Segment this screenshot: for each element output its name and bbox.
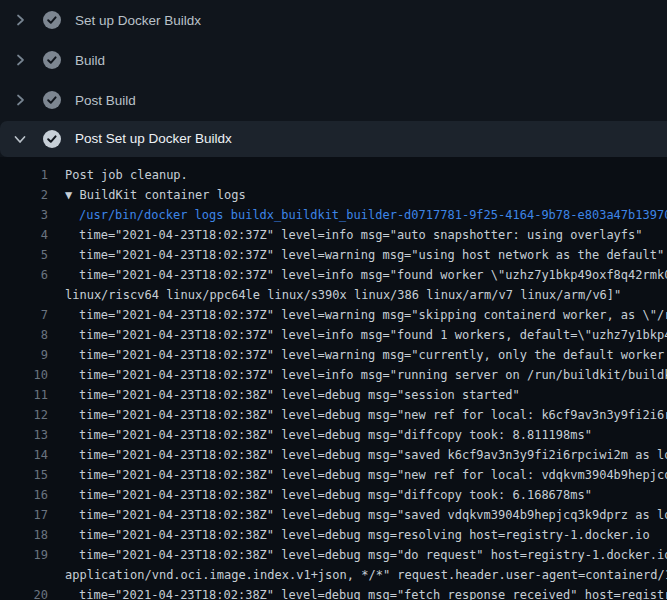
log-line: 19 time="2021-04-23T18:02:38Z" level=deb…	[0, 545, 667, 565]
log-line-number[interactable]: 4	[0, 225, 48, 245]
check-circle-icon	[43, 51, 61, 69]
log-line-number[interactable]: 8	[0, 325, 48, 345]
log-line-number[interactable]: 11	[0, 385, 48, 405]
log-line-text: time="2021-04-23T18:02:38Z" level=debug …	[48, 465, 667, 485]
log-line: 1 Post job cleanup.	[0, 165, 667, 185]
log-line: 17 time="2021-04-23T18:02:38Z" level=deb…	[0, 505, 667, 525]
log-line-text: time="2021-04-23T18:02:37Z" level=info m…	[48, 325, 667, 345]
log-line: 10 time="2021-04-23T18:02:37Z" level=inf…	[0, 365, 667, 385]
log-line-number[interactable]: 7	[0, 305, 48, 325]
chevron-down-icon[interactable]	[12, 131, 28, 147]
log-line-text: application/vnd.oci.image.index.v1+json,…	[48, 565, 667, 585]
log-line: 13 time="2021-04-23T18:02:38Z" level=deb…	[0, 425, 667, 445]
step-label: Post Set up Docker Buildx	[75, 131, 232, 146]
chevron-right-icon[interactable]	[12, 52, 28, 68]
log-line: 3 /usr/bin/docker logs buildx_buildkit_b…	[0, 205, 667, 225]
log-line-number[interactable]: 18	[0, 525, 48, 545]
log-line: 18 time="2021-04-23T18:02:38Z" level=deb…	[0, 525, 667, 545]
log-line-text: time="2021-04-23T18:02:38Z" level=debug …	[48, 425, 592, 445]
log-line: 14 time="2021-04-23T18:02:38Z" level=deb…	[0, 445, 667, 465]
log-line: 9 time="2021-04-23T18:02:37Z" level=warn…	[0, 345, 667, 365]
log-line-number[interactable]: 10	[0, 365, 48, 385]
log-line: 20 time="2021-04-23T18:02:38Z" level=deb…	[0, 585, 667, 600]
log-line-text: /usr/bin/docker logs buildx_buildkit_bui…	[48, 205, 667, 225]
log-line-continuation: application/vnd.oci.image.index.v1+json,…	[0, 565, 667, 585]
log-line-number[interactable]: 14	[0, 445, 48, 465]
log-line: 5 time="2021-04-23T18:02:37Z" level=warn…	[0, 245, 667, 265]
log-line-number[interactable]: 9	[0, 345, 48, 365]
log-line-text: time="2021-04-23T18:02:38Z" level=debug …	[48, 505, 667, 525]
check-circle-icon	[43, 91, 61, 109]
chevron-right-icon[interactable]	[12, 92, 28, 108]
log-line-text: time="2021-04-23T18:02:37Z" level=warnin…	[48, 245, 664, 265]
step-row-post-build[interactable]: Post Build	[0, 80, 667, 120]
log-line-text: time="2021-04-23T18:02:37Z" level=warnin…	[48, 345, 667, 365]
log-line-number[interactable]: 15	[0, 465, 48, 485]
log-line-text: time="2021-04-23T18:02:38Z" level=debug …	[48, 525, 650, 545]
log-line-number[interactable]	[0, 285, 48, 305]
log-line-text: time="2021-04-23T18:02:37Z" level=info m…	[48, 265, 667, 285]
log-line: 8 time="2021-04-23T18:02:37Z" level=info…	[0, 325, 667, 345]
log-line-number[interactable]: 17	[0, 505, 48, 525]
log-line-text: time="2021-04-23T18:02:38Z" level=debug …	[48, 485, 592, 505]
log-line-number[interactable]: 12	[0, 405, 48, 425]
log-line-text: time="2021-04-23T18:02:37Z" level=info m…	[48, 365, 667, 385]
group-collapse-icon[interactable]: ▼	[65, 188, 79, 202]
log-line-text: time="2021-04-23T18:02:37Z" level=info m…	[48, 225, 643, 245]
log-line-text: time="2021-04-23T18:02:38Z" level=debug …	[48, 385, 520, 405]
log-viewer: 1 Post job cleanup. 2 ▼ BuildKit contain…	[0, 157, 667, 600]
log-line-number[interactable]: 16	[0, 485, 48, 505]
log-line-text: time="2021-04-23T18:02:38Z" level=debug …	[48, 445, 667, 465]
log-group-header: 2 ▼ BuildKit container logs	[0, 185, 667, 205]
log-line: 15 time="2021-04-23T18:02:38Z" level=deb…	[0, 465, 667, 485]
log-line: 12 time="2021-04-23T18:02:38Z" level=deb…	[0, 405, 667, 425]
check-circle-icon	[43, 130, 61, 148]
step-label: Post Build	[75, 93, 136, 108]
log-line-number[interactable]: 20	[0, 585, 48, 600]
log-line: 16 time="2021-04-23T18:02:38Z" level=deb…	[0, 485, 667, 505]
log-line-number[interactable]: 5	[0, 245, 48, 265]
log-line: 7 time="2021-04-23T18:02:37Z" level=warn…	[0, 305, 667, 325]
log-line: 6 time="2021-04-23T18:02:37Z" level=info…	[0, 265, 667, 285]
log-line-text: time="2021-04-23T18:02:38Z" level=debug …	[48, 405, 667, 425]
step-row-post-set-up-docker-buildx[interactable]: Post Set up Docker Buildx	[0, 120, 667, 157]
log-line-text: Post job cleanup.	[48, 165, 188, 185]
log-line-number[interactable]: 2	[0, 185, 48, 205]
step-label: Set up Docker Buildx	[75, 13, 201, 28]
log-line-text: time="2021-04-23T18:02:38Z" level=debug …	[48, 585, 667, 600]
log-line-number[interactable]	[0, 565, 48, 585]
chevron-right-icon[interactable]	[12, 12, 28, 28]
log-line-text: ▼ BuildKit container logs	[48, 185, 246, 205]
step-label: Build	[75, 53, 105, 68]
log-line-text: time="2021-04-23T18:02:37Z" level=warnin…	[48, 305, 667, 325]
log-line-number[interactable]: 13	[0, 425, 48, 445]
log-line-continuation: linux/riscv64 linux/ppc64le linux/s390x …	[0, 285, 667, 305]
log-line-text: linux/riscv64 linux/ppc64le linux/s390x …	[48, 285, 621, 305]
step-row-build[interactable]: Build	[0, 40, 667, 80]
check-circle-icon	[43, 11, 61, 29]
step-row-set-up-docker-buildx[interactable]: Set up Docker Buildx	[0, 0, 667, 40]
step-list: Set up Docker Buildx Build	[0, 0, 667, 157]
log-line-number[interactable]: 1	[0, 165, 48, 185]
log-line-text: time="2021-04-23T18:02:38Z" level=debug …	[48, 545, 667, 565]
log-line-number[interactable]: 3	[0, 205, 48, 225]
log-line: 4 time="2021-04-23T18:02:37Z" level=info…	[0, 225, 667, 245]
log-line: 11 time="2021-04-23T18:02:38Z" level=deb…	[0, 385, 667, 405]
log-line-number[interactable]: 6	[0, 265, 48, 285]
log-line-number[interactable]: 19	[0, 545, 48, 565]
